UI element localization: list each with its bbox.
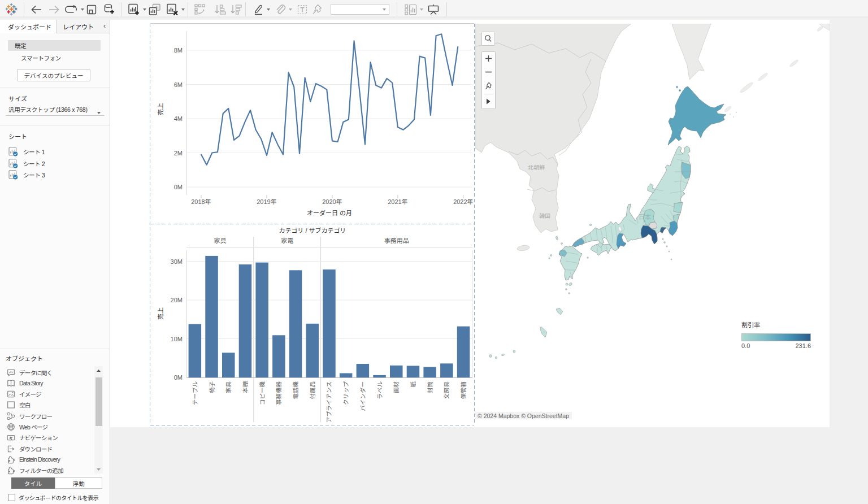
objects-scrollbar[interactable] [94, 366, 103, 473]
show-hide-cards-button[interactable] [403, 0, 418, 19]
worksheet-check-icon [8, 170, 18, 180]
object-item-navigation[interactable]: ナビゲーション [7, 433, 58, 442]
sheet-item-label: シート 1 [23, 147, 45, 156]
map-color-legend[interactable]: 割引率 0.0 231.6 [741, 320, 815, 349]
new-worksheet-button[interactable] [127, 0, 141, 19]
collapse-pane-icon[interactable]: ‹ [103, 22, 106, 30]
sort-descending-icon [230, 3, 242, 16]
replay-button[interactable] [63, 0, 79, 19]
map-attribution[interactable]: © 2024 Mapbox © OpenStreetMap [475, 412, 572, 419]
format-workbook-button-dropdown-caret[interactable] [288, 0, 293, 19]
highlight-button[interactable] [253, 0, 265, 19]
download-icon [7, 445, 15, 453]
text-object-button[interactable] [296, 0, 309, 19]
object-item-einstein[interactable]: Einstein Discovery [7, 455, 60, 464]
sheet-item-1[interactable]: シート 1 [8, 147, 45, 157]
zoom-out-button[interactable] [482, 66, 495, 79]
new-worksheet-button-dropdown-caret[interactable] [142, 0, 147, 19]
device-preview-button[interactable]: デバイスのプレビュー [17, 69, 90, 81]
sort-ascending-button[interactable] [214, 0, 227, 19]
toolbar-separator [245, 2, 246, 16]
swap-rows-columns-button[interactable] [193, 0, 207, 19]
size-mode-phone[interactable]: スマートフォン [21, 54, 61, 62]
sheet-item-2[interactable]: シート 2 [8, 159, 45, 168]
duplicate-sheet-button[interactable] [147, 0, 162, 19]
scrollbar-thumb[interactable] [96, 377, 102, 426]
svg-text:北朝鮮: 北朝鮮 [528, 164, 545, 171]
object-item-workflow[interactable]: ワークフロー [7, 411, 52, 420]
svg-text:20M: 20M [171, 297, 183, 303]
object-item-add-filter[interactable]: フィルターの追加 [7, 466, 63, 475]
undo-button[interactable] [29, 0, 43, 19]
show-title-label: ダッシュボードのタイトルを表示 [19, 493, 98, 502]
size-section-header: サイズ [8, 94, 27, 103]
clear-sheet-button[interactable] [165, 0, 180, 19]
fit-selector-combobox[interactable] [331, 4, 389, 15]
tab-layout[interactable]: レイアウト [57, 20, 110, 33]
svg-text:文房具: 文房具 [443, 381, 450, 399]
show-hide-cards-button-dropdown-caret[interactable] [419, 0, 424, 19]
floating-button[interactable]: 浮動 [55, 477, 102, 489]
tableau-logo[interactable] [5, 0, 18, 19]
save-button[interactable] [85, 0, 98, 19]
highlight-button-dropdown-caret[interactable] [266, 0, 271, 19]
svg-text:コピー機: コピー機 [259, 381, 266, 405]
object-item-label: 空白 [19, 401, 30, 409]
japan-choropleth-map[interactable]: 北朝鮮韓国日本 [475, 24, 830, 420]
divider [0, 88, 110, 88]
zoom-in-button[interactable] [482, 52, 495, 66]
svg-text:オーダー日 の月: オーダー日 の月 [307, 210, 352, 216]
add-data-source-button[interactable] [102, 0, 116, 19]
tab-dashboard[interactable]: ダッシュボード [0, 20, 57, 33]
map-zoom-control [481, 51, 496, 109]
sheet-item-label: シート 3 [23, 171, 45, 179]
svg-text:2M: 2M [174, 150, 183, 157]
size-dropdown[interactable]: 汎用デスクトップ (1366 x 768) [8, 105, 88, 114]
presentation-mode-icon [427, 3, 440, 16]
dashboard-sheet[interactable]: 0M2M4M6M8M売上2018年2019年2020年2021年2022年オーダ… [110, 20, 830, 427]
svg-text:0M: 0M [174, 374, 183, 381]
pin-button[interactable] [311, 0, 323, 19]
map-expand-button[interactable] [482, 94, 495, 108]
svg-text:30M: 30M [171, 258, 183, 265]
object-item-label: Web ページ [19, 423, 47, 431]
size-mode-default[interactable]: 既定 [8, 40, 101, 51]
object-item-data-story[interactable]: Data Story [7, 379, 43, 388]
legend-min: 0.0 [741, 342, 750, 349]
objects-section-header: オブジェクト [6, 354, 43, 363]
web-page-icon [7, 423, 15, 431]
object-item-ask-data[interactable]: データに聞く [7, 368, 52, 377]
map-pin-button[interactable] [482, 79, 495, 93]
pin-icon [311, 3, 323, 16]
redo-button[interactable] [47, 0, 61, 19]
redo-icon [48, 4, 60, 15]
bar-chart-sheet2[interactable]: カテゴリ / サブカテゴリ家具家電事務用品0M10M20M30M売上テーブル椅子… [151, 224, 474, 425]
sheet-item-3[interactable]: シート 3 [8, 170, 45, 180]
svg-text:韓国: 韓国 [539, 213, 550, 219]
svg-text:2022年: 2022年 [453, 198, 473, 205]
default-label: 既定 [15, 41, 26, 50]
object-item-web-page[interactable]: Web ページ [7, 423, 47, 432]
sort-descending-button[interactable] [229, 0, 243, 19]
map-search-button[interactable] [481, 32, 495, 46]
tiled-button[interactable]: タイル [11, 477, 55, 489]
undo-icon [30, 4, 42, 15]
show-dashboard-title-checkbox[interactable] [8, 494, 15, 501]
image-icon [7, 390, 15, 398]
object-item-label: Einstein Discovery [19, 456, 60, 463]
svg-text:2021年: 2021年 [388, 198, 407, 205]
format-workbook-button[interactable] [274, 0, 287, 19]
object-item-image[interactable]: イメージ [7, 390, 41, 399]
clear-sheet-button-dropdown-caret[interactable] [180, 0, 186, 19]
presentation-mode-button[interactable] [427, 0, 440, 19]
workflow-icon [7, 412, 15, 420]
scroll-up-icon[interactable] [94, 366, 103, 375]
scroll-down-icon[interactable] [94, 465, 103, 473]
line-chart-sheet1[interactable]: 0M2M4M6M8M売上2018年2019年2020年2021年2022年オーダ… [151, 24, 474, 224]
add-data-source-icon [103, 3, 115, 16]
data-story-icon [7, 379, 15, 388]
object-item-blank[interactable]: 空白 [7, 401, 30, 410]
worksheet-check-icon [8, 147, 18, 157]
map-sheet3[interactable]: 北朝鮮韓国日本 割引率 0.0 231.6 © 2024 Mapbox © Op… [475, 24, 830, 420]
object-item-download[interactable]: ダウンロード [7, 444, 52, 453]
